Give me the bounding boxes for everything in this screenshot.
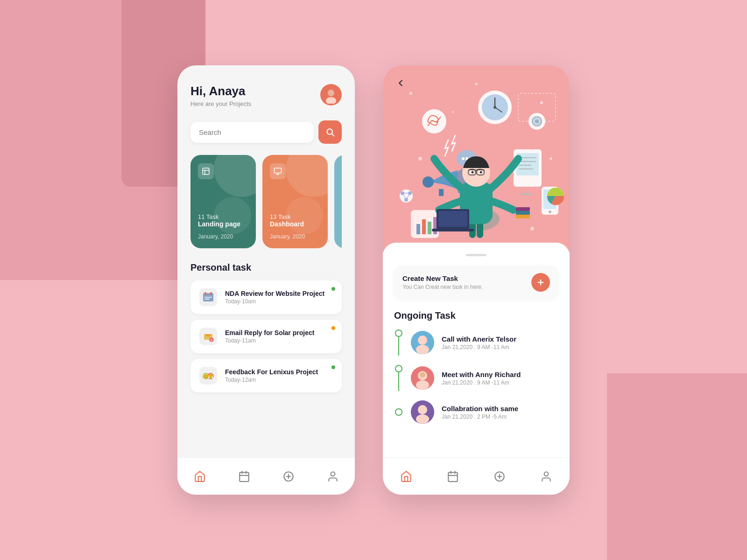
svg-text:😤: 😤 — [208, 373, 214, 379]
project-card-blue[interactable]: 14 Task Web Page January, 2 — [334, 155, 342, 248]
ongoing-task-title: Ongoing Task — [394, 310, 558, 321]
bottom-nav-right — [383, 457, 570, 495]
task-time-1: Today-11am — [225, 337, 334, 344]
task-name-0: NDA Review for Website Project — [225, 290, 334, 297]
task-dot-0 — [331, 287, 335, 291]
svg-rect-15 — [210, 292, 212, 295]
header-row: Hi, Anaya Here are your Projects — [190, 84, 342, 107]
back-button[interactable] — [392, 75, 409, 91]
project-card-teal[interactable]: 11 Task Landing page January, 2020 — [190, 155, 256, 248]
ongoing-avatar-2 — [411, 400, 434, 424]
svg-point-106 — [420, 372, 425, 378]
ongoing-time-2: Jan 21,2020 . 2 PM -5 Am — [442, 413, 558, 420]
ongoing-info-1: Meet with Anny Richard Jan 21,2020 . 9 A… — [442, 371, 558, 386]
greeting-title: Hi, Anaya — [190, 84, 251, 98]
svg-point-105 — [416, 380, 429, 390]
svg-point-34 — [409, 92, 412, 95]
task-time-2: Today-12am — [225, 377, 334, 383]
svg-rect-6 — [203, 168, 209, 175]
personal-task-title: Personal task — [190, 262, 342, 273]
nav-calendar-right[interactable] — [442, 466, 464, 487]
ongoing-name-2: Collabration with same — [442, 405, 558, 413]
left-phone: Hi, Anaya Here are your Projects — [177, 65, 355, 495]
search-input[interactable] — [199, 128, 305, 136]
task-item-1[interactable]: ! Email Reply for Solar project Today-11… — [190, 320, 342, 353]
proj-date-1: January, 2020 — [270, 233, 320, 240]
svg-point-37 — [550, 157, 552, 160]
svg-point-41 — [452, 111, 454, 113]
ongoing-item-2[interactable]: Collabration with same Jan 21,2020 . 2 P… — [394, 400, 558, 433]
ongoing-time-0: Jan 21,2020 . 9 AM -11 Am — [442, 344, 558, 350]
ongoing-time-1: Jan 21,2020 . 9 AM -11 Am — [442, 379, 558, 386]
nav-profile-left[interactable] — [322, 466, 344, 487]
search-button[interactable] — [318, 120, 342, 144]
nav-profile-right[interactable] — [536, 466, 557, 487]
svg-rect-14 — [204, 292, 206, 295]
project-icon-orange — [270, 163, 286, 179]
svg-point-36 — [418, 157, 422, 161]
nav-home-left[interactable] — [189, 466, 211, 487]
search-input-wrap[interactable] — [190, 122, 314, 143]
svg-point-71 — [549, 210, 551, 213]
project-card-orange[interactable]: 13 Task Dashboard January, 2020 — [262, 155, 328, 248]
ongoing-item-0[interactable]: Call with Anerix Telsor Jan 21,2020 . 9 … — [394, 329, 558, 365]
task-info-1: Email Reply for Solar project Today-11am — [225, 329, 334, 344]
task-icon-2: 😊 😤 — [198, 365, 218, 386]
nav-add-left[interactable] — [278, 466, 299, 487]
plus-button[interactable] — [531, 273, 550, 292]
svg-rect-87 — [516, 215, 530, 218]
create-task-subtitle: You Can Creat new task in here. — [402, 284, 483, 290]
proj-name-1: Dashboard — [270, 220, 320, 228]
proj-task-count-0: 11 Task — [198, 213, 248, 220]
hero-area — [383, 65, 570, 252]
task-time-0: Today-10am — [225, 298, 334, 305]
svg-point-59 — [462, 157, 465, 160]
ongoing-list: Call with Anerix Telsor Jan 21,2020 . 9 … — [394, 329, 558, 433]
greeting-block: Hi, Anaya Here are your Projects — [190, 84, 251, 107]
task-list: NDA Review for Website Project Today-10a… — [190, 280, 342, 392]
phones-container: Hi, Anaya Here are your Projects — [177, 65, 570, 495]
proj-date-0: January, 2020 — [198, 233, 248, 240]
ongoing-avatar-1 — [411, 366, 434, 390]
search-row — [190, 120, 342, 144]
task-item-0[interactable]: NDA Review for Website Project Today-10a… — [190, 280, 342, 314]
drag-handle — [466, 254, 486, 256]
ongoing-item-1[interactable]: Meet with Anny Richard Jan 21,2020 . 9 A… — [394, 365, 558, 400]
nav-home-right[interactable] — [395, 466, 417, 487]
svg-line-5 — [332, 134, 334, 136]
svg-point-3 — [328, 90, 334, 96]
svg-point-109 — [416, 414, 429, 424]
svg-point-51 — [535, 119, 539, 123]
svg-text:!: ! — [211, 339, 212, 342]
svg-rect-55 — [428, 222, 431, 234]
ongoing-name-0: Call with Anerix Telsor — [442, 335, 558, 343]
hero-illustration — [383, 65, 570, 252]
task-item-2[interactable]: 😊 😤 Feedback For Lenixus Project Today-1… — [190, 359, 342, 392]
svg-point-117 — [544, 472, 549, 476]
create-task-info: Create New Task You Can Creat new task i… — [402, 274, 483, 290]
svg-rect-9 — [275, 168, 282, 173]
timeline-col-1 — [394, 365, 403, 391]
ongoing-info-0: Call with Anerix Telsor Jan 21,2020 . 9 … — [442, 335, 558, 350]
nav-calendar-left[interactable] — [233, 466, 255, 487]
task-info-2: Feedback For Lenixus Project Today-12am — [225, 368, 334, 383]
ongoing-avatar-0 — [411, 331, 434, 354]
create-task-card[interactable]: Create New Task You Can Creat new task i… — [394, 266, 558, 299]
svg-rect-56 — [433, 217, 437, 234]
create-task-title: Create New Task — [402, 274, 483, 282]
avatar[interactable] — [320, 84, 342, 105]
right-phone-body: Create New Task You Can Creat new task i… — [383, 243, 570, 457]
right-phone: Create New Task You Can Creat new task i… — [383, 65, 570, 495]
timeline-line-1 — [398, 372, 399, 391]
svg-rect-86 — [432, 229, 474, 231]
svg-point-35 — [540, 101, 543, 104]
nav-add-right[interactable] — [489, 466, 510, 487]
timeline-dot-1 — [395, 365, 402, 372]
timeline-col-0 — [394, 329, 403, 356]
timeline-col-2 — [394, 408, 403, 416]
timeline-dot-2 — [395, 408, 402, 416]
svg-point-4 — [327, 129, 332, 134]
svg-point-102 — [416, 345, 429, 354]
svg-point-72 — [423, 176, 434, 188]
project-cards-row: 11 Task Landing page January, 2020 — [190, 155, 342, 248]
